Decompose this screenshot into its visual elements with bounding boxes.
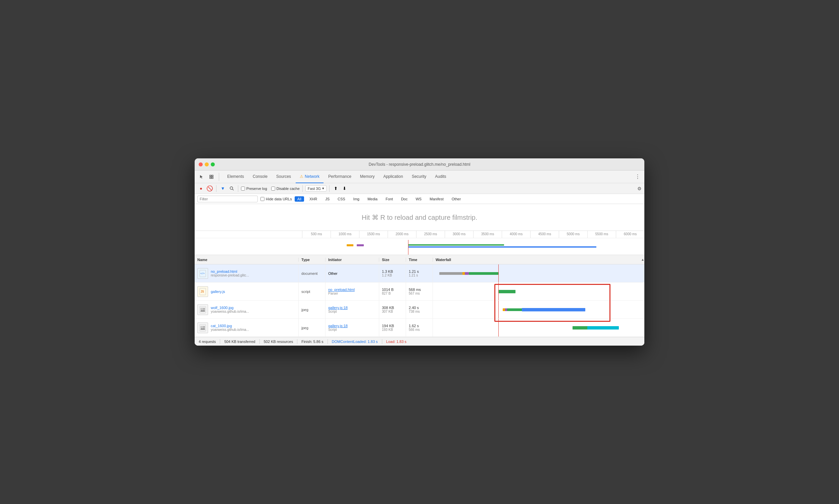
- network-warning-icon: ⚠: [300, 174, 303, 179]
- filmstrip-area: Hit ⌘ R to reload and capture filmstrip.: [195, 204, 644, 231]
- filter-type-js[interactable]: JS: [322, 196, 332, 202]
- tab-application[interactable]: Application: [379, 170, 407, 183]
- cell-time-0: 1.21 s 1.21 s: [406, 265, 433, 282]
- status-dom-loaded: DOMContentLoaded: 1.83 s: [332, 340, 378, 344]
- filter-type-media[interactable]: Media: [365, 196, 380, 202]
- export-button[interactable]: ⬇: [341, 185, 349, 192]
- filmstrip-hint: Hit ⌘ R to reload and capture filmstrip.: [362, 213, 478, 221]
- hide-data-urls-checkbox[interactable]: Hide data URLs: [261, 197, 292, 201]
- cursor-icon[interactable]: [197, 173, 206, 181]
- file-icon-cat: [197, 322, 208, 333]
- tab-memory[interactable]: Memory: [356, 170, 378, 183]
- status-divider-1: [220, 339, 220, 344]
- search-icon[interactable]: [228, 185, 235, 192]
- tick-1500: 1500 ms: [359, 231, 388, 238]
- svg-line-5: [232, 189, 234, 191]
- tick-4000: 4000 ms: [502, 231, 530, 238]
- filter-type-img[interactable]: Img: [351, 196, 362, 202]
- svg-point-13: [203, 308, 205, 309]
- header-name[interactable]: Name: [195, 258, 299, 262]
- cell-type-1: script: [299, 283, 325, 300]
- file-icon-html: </>: [197, 268, 208, 279]
- svg-text:JS: JS: [201, 290, 204, 293]
- status-divider-2: [260, 339, 260, 344]
- settings-icon[interactable]: ⚙: [637, 186, 642, 191]
- tick-2500: 2500 ms: [416, 231, 445, 238]
- tick-4500: 4500 ms: [530, 231, 559, 238]
- tab-network[interactable]: ⚠ Network: [296, 170, 323, 183]
- tab-bar: Elements Console Sources ⚠ Network Perfo…: [195, 170, 644, 183]
- cell-time-2: 2.40 s 738 ms: [406, 301, 433, 319]
- tab-bar-icons: [197, 173, 219, 181]
- status-transferred: 504 KB transferred: [224, 340, 255, 344]
- tab-elements[interactable]: Elements: [223, 170, 248, 183]
- table-header: Name Type Initiator Size Time Waterfall …: [195, 255, 644, 265]
- header-type[interactable]: Type: [299, 258, 325, 262]
- minimize-button[interactable]: [205, 162, 209, 166]
- filter-icon[interactable]: ▼: [219, 185, 227, 192]
- tick-1000: 1000 ms: [331, 231, 359, 238]
- traffic-lights: [199, 162, 215, 166]
- cell-name-1: JS gallery.js: [195, 283, 299, 300]
- cell-type-0: document: [299, 265, 325, 282]
- tab-security[interactable]: Security: [408, 170, 430, 183]
- inspect-icon[interactable]: [208, 173, 215, 181]
- toolbar-divider-4: [329, 185, 329, 192]
- window-title: DevTools - responsive-preload.glitch.me/…: [369, 162, 470, 167]
- filter-type-other[interactable]: Other: [449, 196, 464, 202]
- titlebar: DevTools - responsive-preload.glitch.me/…: [195, 158, 644, 170]
- filter-type-css[interactable]: CSS: [335, 196, 348, 202]
- header-time[interactable]: Time: [406, 258, 433, 262]
- filter-type-doc[interactable]: Doc: [398, 196, 410, 202]
- tab-console[interactable]: Console: [249, 170, 271, 183]
- status-divider-3: [297, 339, 297, 344]
- file-icon-wolf: [197, 304, 208, 315]
- header-size[interactable]: Size: [379, 258, 406, 262]
- tab-audits[interactable]: Audits: [431, 170, 450, 183]
- cell-waterfall-1: [433, 283, 644, 300]
- table-row[interactable]: wolf_1600.jpg yoavweiss.github.io/ima...…: [195, 301, 644, 319]
- preserve-log-checkbox[interactable]: Preserve log: [241, 186, 267, 191]
- import-button[interactable]: ⬆: [332, 185, 340, 192]
- filter-type-xhr[interactable]: XHR: [307, 196, 320, 202]
- more-tabs-button[interactable]: ⋮: [633, 173, 642, 181]
- disable-cache-checkbox[interactable]: Disable cache: [271, 186, 300, 191]
- ruler-ticks: 500 ms 1000 ms 1500 ms 2000 ms 2500 ms 3…: [195, 231, 644, 238]
- cell-initiator-1: no_preload.html Parser: [325, 283, 379, 300]
- filter-type-all[interactable]: All: [294, 196, 304, 202]
- table-row[interactable]: </> no_preload.html responsive-preload.g…: [195, 265, 644, 283]
- cell-size-1: 1014 B 827 B: [379, 283, 406, 300]
- filter-type-manifest[interactable]: Manifest: [427, 196, 446, 202]
- timeline-ruler: 500 ms 1000 ms 1500 ms 2000 ms 2500 ms 3…: [195, 231, 644, 255]
- toolbar-divider-2: [238, 185, 238, 192]
- status-divider-5: [382, 339, 382, 344]
- header-initiator[interactable]: Initiator: [325, 258, 379, 262]
- tab-performance[interactable]: Performance: [324, 170, 355, 183]
- svg-point-17: [203, 326, 205, 327]
- throttle-select[interactable]: Fast 3G ▾: [305, 185, 326, 192]
- tab-sources[interactable]: Sources: [272, 170, 295, 183]
- file-icon-js: JS: [197, 286, 208, 297]
- table-row[interactable]: JS gallery.js script no_preload.html Par…: [195, 283, 644, 301]
- tick-3000: 3000 ms: [445, 231, 473, 238]
- status-load: Load: 1.83 s: [386, 340, 407, 344]
- cell-initiator-3: gallery.js:18 Script: [325, 319, 379, 337]
- tick-5500: 5500 ms: [587, 231, 616, 238]
- cell-size-0: 1.3 KB 1.2 KB: [379, 265, 406, 282]
- cell-initiator-0: Other: [325, 265, 379, 282]
- header-waterfall[interactable]: Waterfall ▲: [433, 258, 644, 262]
- table-row[interactable]: cat_1600.jpg yoavweiss.github.io/ima... …: [195, 319, 644, 337]
- svg-rect-0: [210, 175, 211, 177]
- maximize-button[interactable]: [211, 162, 215, 166]
- cell-size-3: 194 KB 193 KB: [379, 319, 406, 337]
- filter-type-font[interactable]: Font: [383, 196, 396, 202]
- record-button[interactable]: ●: [197, 185, 205, 192]
- cell-initiator-2: gallery.js:18 Script: [325, 301, 379, 319]
- clear-button[interactable]: 🚫: [206, 185, 213, 192]
- filter-input[interactable]: [197, 196, 258, 202]
- cell-waterfall-2: [433, 301, 644, 319]
- close-button[interactable]: [199, 162, 203, 166]
- status-requests: 4 requests: [199, 340, 216, 344]
- status-divider-4: [327, 339, 328, 344]
- filter-type-ws[interactable]: WS: [413, 196, 424, 202]
